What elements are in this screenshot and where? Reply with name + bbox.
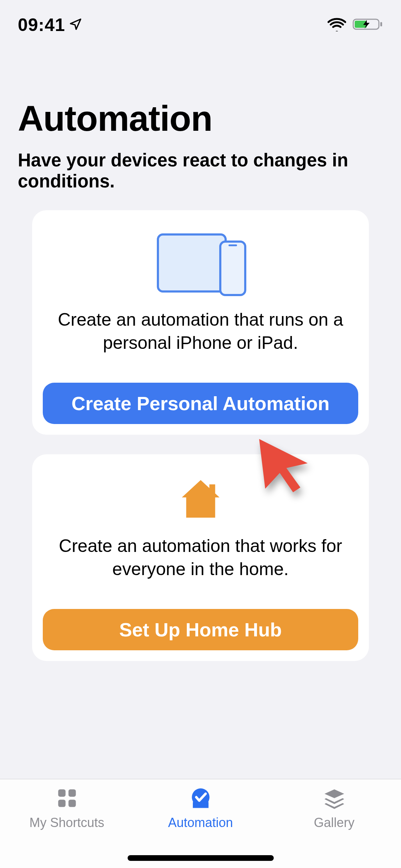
svg-rect-9 — [58, 800, 66, 807]
home-automation-description: Create an automation that works for ever… — [43, 534, 358, 581]
status-right — [328, 17, 383, 33]
svg-rect-6 — [209, 484, 215, 494]
svg-rect-10 — [68, 800, 76, 807]
header: Automation Have your devices react to ch… — [18, 98, 383, 192]
home-automation-card: Create an automation that works for ever… — [32, 454, 369, 661]
svg-rect-1 — [380, 22, 382, 26]
svg-rect-7 — [58, 789, 66, 797]
home-icon — [43, 474, 358, 524]
status-time: 09:41 — [18, 15, 65, 35]
tab-gallery[interactable]: Gallery — [267, 786, 401, 868]
stack-icon — [323, 786, 346, 810]
svg-rect-5 — [228, 244, 237, 246]
tab-label: My Shortcuts — [29, 815, 104, 830]
home-indicator[interactable] — [128, 855, 274, 861]
status-bar: 09:41 — [0, 0, 401, 50]
svg-rect-8 — [68, 789, 76, 797]
battery-charging-icon — [353, 17, 383, 33]
location-icon — [69, 15, 82, 35]
tab-label: Automation — [168, 815, 233, 830]
grid-icon — [55, 786, 79, 810]
tab-my-shortcuts[interactable]: My Shortcuts — [0, 786, 134, 868]
wifi-icon — [328, 17, 346, 33]
status-time-group: 09:41 — [18, 15, 82, 35]
personal-automation-description: Create an automation that runs on a pers… — [43, 308, 358, 355]
page-title: Automation — [18, 98, 383, 139]
create-personal-automation-button[interactable]: Create Personal Automation — [43, 383, 358, 424]
devices-icon — [43, 230, 358, 298]
page-subtitle: Have your devices react to changes in co… — [18, 150, 383, 192]
checkmark-badge-icon — [189, 786, 212, 810]
personal-automation-card: Create an automation that runs on a pers… — [32, 210, 369, 435]
svg-rect-4 — [220, 242, 245, 295]
svg-point-11 — [192, 789, 210, 806]
tab-label: Gallery — [314, 815, 354, 830]
svg-rect-3 — [158, 234, 226, 291]
set-up-home-hub-button[interactable]: Set Up Home Hub — [43, 609, 358, 650]
tab-bar: My Shortcuts Automation Gallery — [0, 779, 401, 868]
